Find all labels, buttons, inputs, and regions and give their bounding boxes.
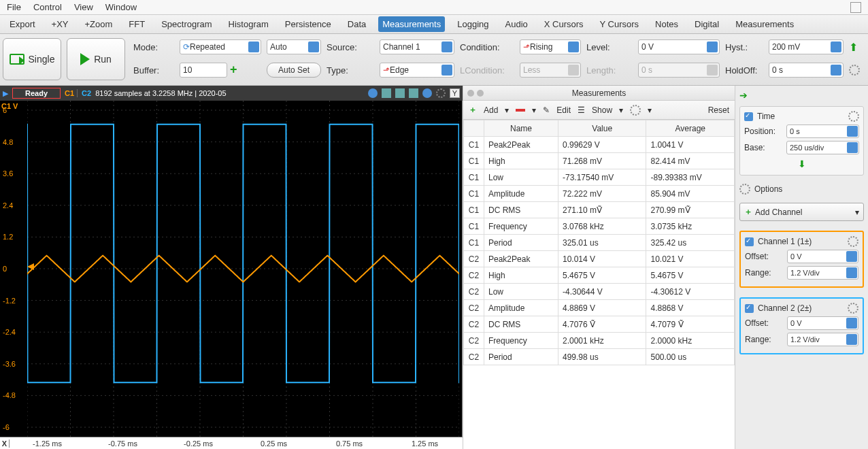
chevron-icon[interactable]: ▶ [3, 89, 8, 98]
table-row[interactable]: C2Low-4.30644 V-4.30612 V [464, 284, 735, 300]
col-name: Name [484, 120, 558, 137]
edit-button[interactable]: Edit [556, 105, 571, 115]
dropdown-icon[interactable]: ▾ [648, 105, 652, 115]
table-row[interactable]: C1DC RMS271.10 mṼ270.99 mṼ [464, 202, 735, 218]
hyst-input[interactable]: 200 mV [769, 39, 844, 54]
y-marker[interactable]: Y [450, 88, 460, 98]
auto-select[interactable]: Auto [267, 39, 321, 54]
condition-select[interactable]: ⬏ Rising [520, 39, 581, 54]
menu-window[interactable]: Window [105, 2, 137, 12]
tool-icon[interactable] [422, 88, 432, 98]
run-button[interactable]: Run [67, 38, 125, 80]
table-row[interactable]: C1Period325.01 us325.42 us [464, 235, 735, 251]
tool-data[interactable]: Data [344, 16, 370, 32]
table-row[interactable]: C2Amplitude4.8869 V4.8868 V [464, 300, 735, 316]
position-input[interactable]: 0 s [786, 124, 859, 138]
channel1-offset[interactable]: 0 V [787, 250, 858, 263]
gear-icon[interactable] [739, 184, 750, 195]
plus-icon[interactable]: + [230, 65, 241, 76]
x-axis-corner[interactable]: X [0, 439, 10, 448]
tool-fft[interactable]: FFT [124, 16, 149, 32]
buffer-input[interactable]: 10 [180, 63, 227, 78]
tool-ycursors[interactable]: Y Cursors [596, 16, 644, 32]
tool-notes[interactable]: Notes [651, 16, 682, 32]
tool-icon[interactable] [409, 88, 418, 98]
channel1-checkbox[interactable] [745, 237, 754, 246]
type-select[interactable]: ⬏ Edge [380, 63, 454, 78]
source-select[interactable]: Channel 1 [380, 39, 454, 54]
show-button[interactable]: Show [592, 105, 612, 115]
col-value: Value [558, 120, 646, 137]
gear-icon[interactable] [848, 303, 858, 314]
tool-spectrogram[interactable]: Spectrogram [157, 16, 216, 32]
channel2-badge[interactable]: C2 [82, 89, 91, 97]
close-icon[interactable] [467, 90, 474, 97]
tool-measurements[interactable]: Measurements [378, 16, 445, 32]
menu-view[interactable]: View [74, 2, 93, 12]
table-row[interactable]: C2DC RMS4.7076 Ṽ4.7079 Ṽ [464, 316, 735, 333]
add-channel-button[interactable]: ＋ Add Channel ▾ [739, 203, 864, 221]
status-ready: Ready [12, 88, 61, 99]
channel1-badge[interactable]: C1 [65, 89, 78, 97]
dropdown-icon[interactable]: ▾ [505, 105, 509, 115]
scope-canvas[interactable]: C1 V 64.83.62.41.20-1.2-2.4-3.6-4.8-6 [0, 101, 463, 437]
table-row[interactable]: C1Frequency3.0768 kHz3.0735 kHz [464, 218, 735, 235]
table-row[interactable]: C2Period499.98 us500.00 us [464, 349, 735, 365]
minimize-icon[interactable] [477, 90, 484, 97]
menu-control[interactable]: Control [33, 2, 62, 12]
tool-zoom[interactable]: +Zoom [81, 16, 117, 32]
tool-measurements2[interactable]: Measurements [731, 16, 798, 32]
remove-button[interactable] [516, 109, 525, 112]
gear-icon[interactable] [848, 236, 858, 247]
time-checkbox[interactable] [744, 112, 753, 121]
table-row[interactable]: C1Amplitude72.222 mV85.904 mV [464, 186, 735, 202]
mode-select[interactable]: ⟳ Repeated [180, 39, 261, 54]
tool-audio[interactable]: Audio [501, 16, 532, 32]
dropdown-icon[interactable]: ▾ [532, 105, 536, 115]
arrow-right-icon[interactable]: ➔ [739, 90, 864, 101]
tool-xcursors[interactable]: X Cursors [540, 16, 588, 32]
channel2-checkbox[interactable] [745, 304, 754, 313]
level-input[interactable]: 0 V [638, 39, 720, 54]
table-row[interactable]: C1Low-73.17540 mV-89.39383 mV [464, 169, 735, 186]
channel2-offset[interactable]: 0 V [787, 316, 858, 330]
col-average: Average [646, 120, 735, 137]
gear-icon[interactable] [436, 88, 446, 98]
y-tick: 4.8 [3, 138, 13, 146]
toolbar: Export +XY +Zoom FFT Spectrogram Histogr… [0, 15, 868, 34]
scope-header: ▶ Ready C1 C2 8192 samples at 3.2258 MHz… [0, 86, 463, 101]
gear-icon[interactable] [630, 105, 641, 116]
reset-button[interactable]: Reset [708, 105, 729, 115]
tool-logging[interactable]: Logging [453, 16, 493, 32]
tool-digital[interactable]: Digital [690, 16, 723, 32]
tool-export[interactable]: Export [5, 16, 39, 32]
tool-histogram[interactable]: Histogram [224, 16, 273, 32]
dropdown-icon[interactable]: ▾ [619, 105, 623, 115]
table-row[interactable]: C2High5.4675 V5.4675 V [464, 267, 735, 284]
table-row[interactable]: C2Peak2Peak10.014 V10.021 V [464, 251, 735, 267]
autoset-button[interactable]: Auto Set [267, 63, 321, 78]
arrow-up-icon[interactable]: ⬆ [849, 41, 863, 54]
table-row[interactable]: C1Peak2Peak0.99629 V1.0041 V [464, 137, 735, 153]
tool-icon[interactable] [382, 88, 391, 98]
holdoff-input[interactable]: 0 s [769, 63, 844, 78]
table-row[interactable]: C2Frequency2.0001 kHz2.0000 kHz [464, 333, 735, 349]
hyst-label: Hyst.: [725, 42, 763, 52]
run-label: Run [94, 54, 112, 65]
single-button[interactable]: Single [3, 38, 61, 80]
tool-xy[interactable]: +XY [48, 16, 73, 32]
channel1-range[interactable]: 1.2 V/div [787, 266, 858, 280]
gear-icon[interactable] [849, 65, 860, 76]
gear-icon[interactable] [848, 111, 859, 122]
tool-persistence[interactable]: Persistence [281, 16, 335, 32]
window-icon[interactable] [850, 2, 861, 13]
tool-icon[interactable] [395, 88, 405, 98]
menu-file[interactable]: File [7, 2, 21, 12]
base-input[interactable]: 250 us/div [786, 141, 859, 154]
lcondition-select: Less [520, 63, 581, 78]
add-button[interactable]: Add [484, 105, 498, 115]
table-row[interactable]: C1High71.268 mV82.414 mV [464, 153, 735, 169]
arrow-down-icon[interactable]: ⬇ [744, 157, 859, 171]
channel2-range[interactable]: 1.2 V/div [787, 333, 858, 346]
tool-icon[interactable] [368, 88, 378, 98]
